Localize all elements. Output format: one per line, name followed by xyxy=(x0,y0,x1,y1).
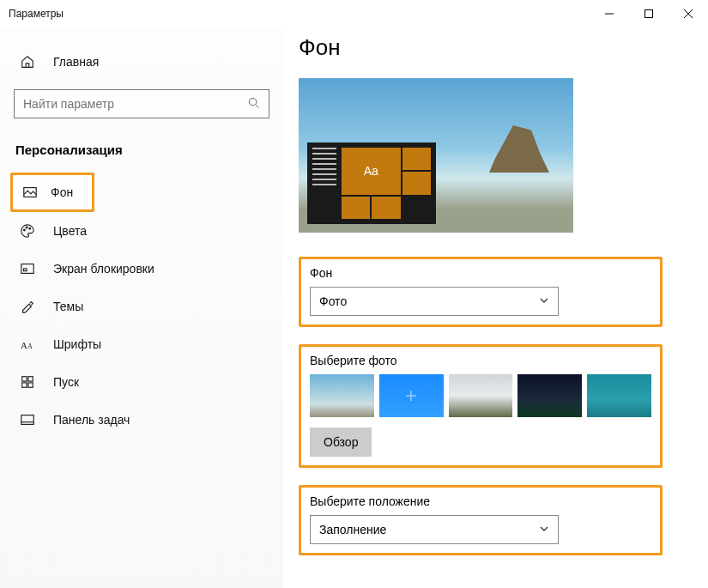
photo-thumb[interactable] xyxy=(517,374,582,417)
preview-tile-text: Aa xyxy=(342,148,401,195)
fonts-icon: AA xyxy=(19,336,36,352)
photo-thumb[interactable] xyxy=(310,374,374,417)
background-preview: Aa xyxy=(299,78,573,233)
sidebar-item-label: Цвета xyxy=(53,224,87,238)
choose-photo-group: Выберите фото Обзор xyxy=(299,344,663,468)
photo-thumb[interactable] xyxy=(449,374,513,417)
choose-photo-label: Выберите фото xyxy=(310,354,651,367)
preview-start-mock: Aa xyxy=(307,142,436,224)
chevron-down-icon xyxy=(539,294,549,308)
search-input[interactable] xyxy=(23,97,248,111)
sidebar-item-label: Темы xyxy=(53,300,83,313)
choose-fit-group: Выберите положение Заполнение xyxy=(299,485,663,555)
sidebar-item-background[interactable]: Фон xyxy=(13,175,92,209)
sidebar-item-colors[interactable]: Цвета xyxy=(0,212,283,250)
svg-text:A: A xyxy=(21,340,27,350)
svg-rect-15 xyxy=(28,377,33,381)
photo-thumb[interactable] xyxy=(587,374,651,417)
sidebar-item-label: Пуск xyxy=(53,375,79,389)
sidebar-item-taskbar[interactable]: Панель задач xyxy=(0,401,283,439)
bg-label: Фон xyxy=(310,266,651,280)
svg-rect-14 xyxy=(22,377,27,381)
main-area: Фон Aa Фон Фото xyxy=(283,27,708,588)
picture-icon xyxy=(21,185,39,200)
fit-label: Выберите положение xyxy=(310,494,651,508)
page-title: Фон xyxy=(299,34,682,61)
lockscreen-icon xyxy=(19,261,36,276)
sidebar-item-label: Экран блокировки xyxy=(53,262,154,276)
titlebar: Параметры xyxy=(0,0,708,27)
sidebar-item-start[interactable]: Пуск xyxy=(0,363,283,401)
close-button[interactable] xyxy=(669,0,708,27)
svg-text:A: A xyxy=(27,342,33,350)
select-value: Фото xyxy=(319,294,347,308)
sidebar-item-themes[interactable]: Темы xyxy=(0,288,283,325)
fit-select[interactable]: Заполнение xyxy=(310,515,559,544)
svg-rect-11 xyxy=(24,269,27,271)
home-icon xyxy=(19,54,36,70)
sidebar-item-fonts[interactable]: AA Шрифты xyxy=(0,325,283,363)
section-header: Персонализация xyxy=(0,134,283,173)
svg-point-4 xyxy=(249,98,256,105)
search-icon xyxy=(248,97,260,112)
browse-button[interactable]: Обзор xyxy=(310,427,372,457)
svg-point-8 xyxy=(26,227,27,228)
svg-line-5 xyxy=(256,105,259,108)
start-icon xyxy=(19,374,36,390)
chevron-down-icon xyxy=(539,523,549,536)
sidebar-item-label: Фон xyxy=(51,185,73,199)
photo-thumb[interactable] xyxy=(379,374,444,417)
themes-icon xyxy=(19,299,36,314)
sidebar-item-lockscreen[interactable]: Экран блокировки xyxy=(0,250,283,288)
home-label: Главная xyxy=(53,55,99,69)
minimize-button[interactable] xyxy=(590,0,629,27)
taskbar-icon xyxy=(19,412,36,427)
svg-point-7 xyxy=(24,229,26,231)
sidebar-item-label: Шрифты xyxy=(53,337,101,351)
sidebar-item-label: Панель задач xyxy=(53,413,130,427)
window-title: Параметры xyxy=(9,8,64,20)
svg-rect-16 xyxy=(22,383,27,387)
background-type-group: Фон Фото xyxy=(299,257,663,327)
select-value: Заполнение xyxy=(319,523,386,536)
svg-rect-17 xyxy=(28,383,33,387)
home-link[interactable]: Главная xyxy=(0,43,283,81)
search-box[interactable] xyxy=(14,89,269,118)
palette-icon xyxy=(19,223,36,239)
maximize-button[interactable] xyxy=(629,0,669,27)
svg-rect-1 xyxy=(645,10,653,18)
svg-point-9 xyxy=(29,227,31,229)
svg-rect-18 xyxy=(21,415,33,425)
background-type-select[interactable]: Фото xyxy=(310,287,559,316)
sidebar: Главная Персонализация Фон Цве xyxy=(0,27,283,588)
